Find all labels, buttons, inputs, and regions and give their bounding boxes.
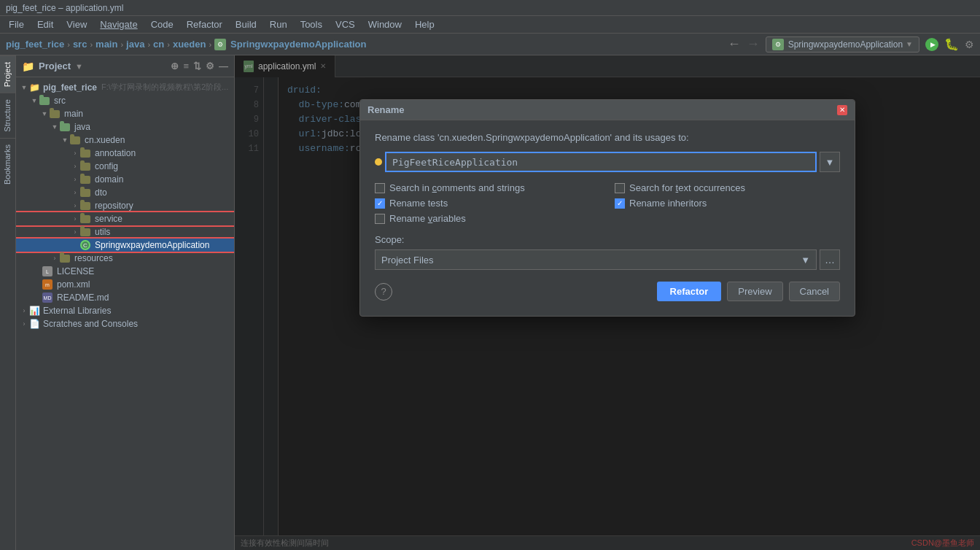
help-button[interactable]: ? [375,283,392,301]
menu-tools[interactable]: Tools [295,18,328,31]
folder-resources-icon [60,255,70,263]
tree-item-domain[interactable]: › domain [16,173,234,186]
tree-item-license[interactable]: › L LICENSE [16,265,234,278]
option-search-text: Search for text occurrences [615,182,840,193]
tree-item-scratches[interactable]: › 📄 Scratches and Consoles [16,317,234,330]
tree-item-annotation[interactable]: › annotation [16,147,234,160]
preview-button[interactable]: Preview [727,282,782,301]
scope-label: Scope: [375,234,840,245]
menu-help[interactable]: Help [409,18,440,31]
tree-label: utils [95,227,110,237]
cancel-button[interactable]: Cancel [789,282,840,301]
back-button[interactable]: ← [728,36,741,52]
dialog-title: Rename [368,104,405,115]
breadcrumb-java[interactable]: java [126,39,144,50]
forward-button[interactable]: → [747,36,760,52]
dialog-title-bar: Rename ✕ [360,100,855,120]
option-rename-variables: Rename variables [375,213,600,224]
run-config-icon: ⚙ [772,39,784,50]
tree-item-repository[interactable]: › repository [16,199,234,212]
refactor-button[interactable]: Refactor [657,282,722,301]
breadcrumb-xueden[interactable]: xueden [173,39,206,50]
tree-item-resources[interactable]: › resources [16,252,234,265]
title-bar: pig_feet_rice – application.yml [0,0,980,16]
tree-item-utils[interactable]: › utils [16,225,234,239]
tree-label: domain [95,174,123,185]
menu-refactor[interactable]: Refactor [181,18,228,31]
side-tabs-left: Project Structure Bookmarks [0,55,16,550]
breadcrumb-main[interactable]: main [96,39,117,50]
checkbox-search-text[interactable] [615,183,625,193]
menu-code[interactable]: Code [145,18,179,31]
tree-label: annotation [95,148,136,158]
main-layout: Project Structure Bookmarks 📁 Project ▼ … [0,55,980,550]
tree-item-main[interactable]: ▼ main [16,107,234,120]
breadcrumb-app-icon: ⚙ [214,39,226,50]
breadcrumb-app[interactable]: SpringwxpaydemoApplication [230,39,366,50]
tree-label: dto [95,187,107,198]
scope-more-button[interactable]: … [820,249,840,270]
tree-item-readme[interactable]: › MD README.md [16,291,234,304]
scope-dropdown[interactable]: Project Files ▼ [375,249,817,270]
breadcrumb-project[interactable]: pig_feet_rice [6,39,64,50]
menu-view[interactable]: View [61,18,93,31]
settings-icon[interactable]: ⚙ [965,39,974,50]
menu-vcs[interactable]: VCS [330,18,361,31]
menu-navigate[interactable]: Navigate [94,18,143,31]
folder-repository-icon [80,202,90,210]
rename-input-field[interactable] [385,152,817,172]
tree-label: Scratches and Consoles [43,319,138,329]
tree-label: config [95,161,118,171]
tree-item-java[interactable]: ▼ java [16,120,234,133]
expand-icon[interactable]: ⇅ [193,61,201,71]
option-label-rename-inheritors: Rename inheritors [629,198,707,209]
option-label-rename-variables: Rename variables [389,213,466,224]
dialog-footer: ? Refactor Preview Cancel [375,282,840,301]
tree-item-config[interactable]: › config [16,160,234,173]
run-config-chevron: ▼ [906,40,913,48]
tree-item-service[interactable]: › service [16,212,234,225]
menu-file[interactable]: File [3,18,30,31]
menu-build[interactable]: Build [230,18,262,31]
folder-cn-icon [70,136,80,144]
pom-icon: m [42,279,52,290]
sidebar-tab-bookmarks[interactable]: Bookmarks [0,138,15,190]
folder-java-icon [60,123,70,131]
tree-item-pom[interactable]: › m pom.xml [16,278,234,291]
sidebar-tab-project[interactable]: Project [0,55,15,93]
menu-run[interactable]: Run [264,18,293,31]
sidebar-tab-structure[interactable]: Structure [0,93,15,138]
tree-item-src[interactable]: ▼ src [16,94,234,107]
checkbox-search-comments[interactable] [375,183,385,193]
tree-label: README.md [57,293,109,303]
checkbox-rename-inheritors[interactable] [615,198,625,209]
menu-window[interactable]: Window [362,18,408,31]
menu-edit[interactable]: Edit [31,18,59,31]
collapse-icon[interactable]: ≡ [183,61,189,71]
checkbox-rename-variables[interactable] [375,214,385,224]
debug-button[interactable]: 🐛 [944,37,959,51]
locate-icon[interactable]: ⊕ [171,61,179,71]
close-panel-icon[interactable]: — [219,61,228,71]
tree-label: resources [74,253,113,263]
breadcrumb-src[interactable]: src [73,39,88,50]
tree-item-cn-xueden[interactable]: ▼ cn.xueden [16,133,234,147]
gear-icon[interactable]: ⚙ [206,61,214,71]
dialog-close-button[interactable]: ✕ [837,105,847,115]
folder-config-icon [80,163,90,171]
folder-main-icon [50,110,60,118]
tree-item-spring-app[interactable]: › C SpringwxpaydemoApplication [16,239,234,252]
breadcrumb-cn[interactable]: cn [153,39,164,50]
tree-label: pom.xml [57,279,90,290]
rename-dropdown-button[interactable]: ▼ [820,152,840,172]
tree-item-root[interactable]: ▼ 📁 pig_feet_rice F:\学灯网录制的视频教程\第2阶段... [16,80,234,94]
run-button[interactable] [925,38,938,51]
tree-item-ext-libs[interactable]: › 📊 External Libraries [16,304,234,317]
license-icon: L [42,266,52,276]
readme-icon: MD [42,293,52,303]
tree-desc: F:\学灯网录制的视频教程\第2阶段... [101,82,228,93]
option-search-comments: Search in comments and strings [375,182,600,193]
tree-item-dto[interactable]: › dto [16,186,234,199]
checkbox-rename-tests[interactable] [375,198,385,209]
run-config-selector[interactable]: ⚙ SpringwxpaydemoApplication ▼ [766,36,919,53]
